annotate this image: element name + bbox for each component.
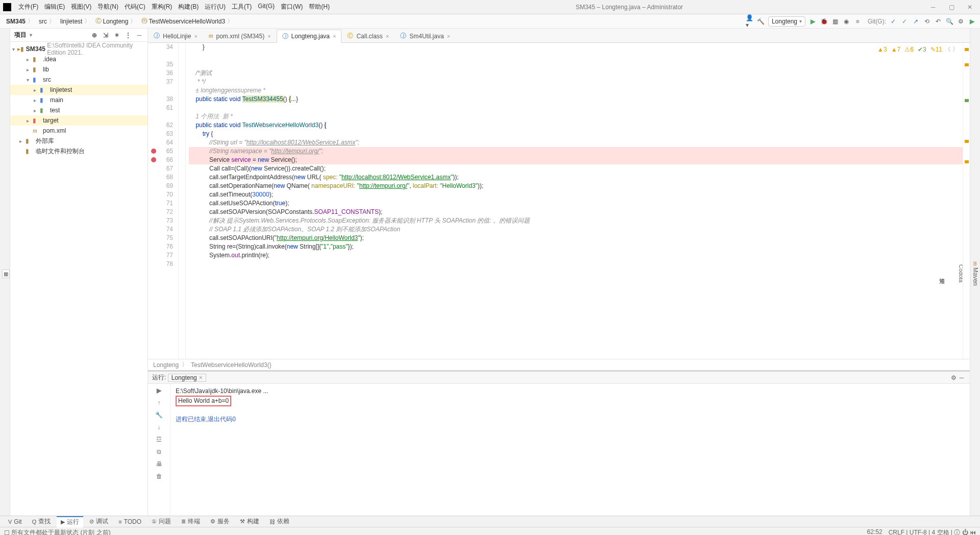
tree-item[interactable]: ▸▮外部库: [10, 136, 148, 146]
git-rollback-icon[interactable]: ↶: [934, 17, 942, 26]
editor-tabs: ⒿHelloLinjie×mpom.xml (SM345)×ⒿLongteng.…: [148, 29, 970, 43]
bottom-tab-查找[interactable]: Q查找: [28, 516, 55, 527]
run-config-selector[interactable]: Longteng▾: [768, 16, 805, 27]
collapse-icon[interactable]: ✶: [113, 31, 121, 39]
down-icon[interactable]: ↓: [155, 424, 164, 431]
bottom-tab-调试[interactable]: ⊘调试: [85, 516, 112, 527]
bottom-tab-Git[interactable]: VGit: [4, 516, 26, 527]
close-icon[interactable]: ×: [194, 33, 197, 39]
close-icon[interactable]: ×: [333, 33, 336, 39]
editor-tab[interactable]: ⒿSm4Util.java×: [395, 29, 456, 42]
hammer-icon[interactable]: 🔨: [757, 17, 765, 26]
breadcrumb-item[interactable]: src〉: [37, 17, 58, 26]
caret-position[interactable]: 62:52: [867, 528, 883, 535]
user-icon[interactable]: 👤▾: [746, 17, 754, 26]
gear-icon[interactable]: ⚙: [949, 374, 958, 382]
git-update-icon[interactable]: ✓: [889, 17, 897, 26]
tab-maven[interactable]: m Maven: [970, 257, 980, 290]
menu-item[interactable]: 代码(C): [121, 2, 149, 12]
bottom-tab-TODO[interactable]: ≡TODO: [114, 516, 145, 527]
tree-item[interactable]: ▾▮src: [10, 75, 148, 85]
rerun-icon[interactable]: ▶: [155, 387, 164, 394]
settings-icon[interactable]: ⋮: [124, 31, 132, 39]
breakpoint-icon[interactable]: [151, 149, 156, 154]
close-icon[interactable]: ×: [447, 33, 450, 39]
coverage-icon[interactable]: ▦: [831, 17, 839, 26]
hide-icon[interactable]: ─: [135, 31, 143, 39]
menu-item[interactable]: 运行(U): [202, 2, 229, 12]
tree-item[interactable]: ▸▮lib: [10, 64, 148, 75]
code-editor[interactable]: ▲3 ▲7 ⚠6 ✔3 ✎11 ㄑ〉 343536373861626364656…: [148, 43, 970, 370]
tree-item[interactable]: ▸▮linjietest: [10, 85, 148, 95]
bottom-tab-服务[interactable]: ⚙服务: [206, 516, 234, 527]
encoding-info[interactable]: CRLF | UTF-8 | 4 空格 | ⓘ ⏻ ⏮: [889, 528, 976, 535]
editor-breadcrumb[interactable]: Longteng〉TestWebserviceHelloWorld3(): [148, 359, 970, 370]
maximize-button[interactable]: ▢: [944, 3, 959, 12]
tree-root[interactable]: ▾ ▸▮ SM345 E:\Soft\IntelliJ IDEA Communi…: [10, 44, 148, 54]
git-commit-icon[interactable]: ✓: [900, 17, 909, 26]
tree-item[interactable]: ▮临时文件和控制台: [10, 146, 148, 156]
git-push-icon[interactable]: ↗: [912, 17, 920, 26]
editor-tab[interactable]: ⒸCall.class×: [341, 29, 395, 42]
line-gutter[interactable]: 3435363738616263646566676869707172737475…: [148, 43, 179, 359]
menu-item[interactable]: 编辑(E): [41, 2, 68, 12]
console-output[interactable]: E:\Soft\Java\jdk-10\bin\java.exe ... Hel…: [170, 384, 970, 516]
menu-item[interactable]: 文件(F): [15, 2, 41, 12]
play-icon[interactable]: ▶: [968, 17, 976, 26]
search-icon[interactable]: 🔍: [945, 17, 953, 26]
close-icon[interactable]: ×: [386, 33, 389, 39]
breadcrumb-item[interactable]: ⓜ TestWebserviceHelloWorld3〉: [139, 17, 236, 26]
tree-item[interactable]: ▸▮main: [10, 95, 148, 105]
editor-tab[interactable]: mpom.xml (SM345)×: [203, 29, 277, 42]
filter-icon[interactable]: ⧉: [155, 448, 164, 455]
code-content[interactable]: } /*测试 * */ ± longtenggenssupreme * publ…: [186, 43, 963, 359]
select-opened-icon[interactable]: ⊕: [90, 31, 99, 39]
inspection-summary[interactable]: ▲3 ▲7 ⚠6 ✔3 ✎11 ㄑ〉: [877, 45, 959, 54]
debug-icon[interactable]: 🐞: [820, 17, 828, 26]
editor-tab[interactable]: ⒿHelloLinjie×: [148, 29, 203, 42]
close-button[interactable]: ✕: [963, 3, 977, 12]
layout-icon[interactable]: ☲: [155, 436, 164, 443]
run-config-tab[interactable]: Longteng×: [168, 374, 206, 382]
stop-icon[interactable]: ■: [853, 17, 862, 26]
editor-tab[interactable]: ⒿLongteng.java×: [277, 30, 342, 43]
git-history-icon[interactable]: ⟲: [923, 17, 931, 26]
breadcrumb-project[interactable]: SM345〉: [4, 17, 37, 26]
chevron-down-icon[interactable]: ▾: [30, 32, 32, 38]
run-icon[interactable]: ▶: [808, 17, 817, 26]
project-tree[interactable]: ▾ ▸▮ SM345 E:\Soft\IntelliJ IDEA Communi…: [10, 42, 148, 516]
wrench-icon[interactable]: 🔧: [155, 411, 164, 419]
close-icon[interactable]: ×: [267, 33, 271, 39]
menu-item[interactable]: 窗口(W): [278, 2, 306, 12]
up-icon[interactable]: ↑: [155, 399, 164, 406]
trash-icon[interactable]: 🗑: [155, 473, 164, 480]
minimize-button[interactable]: ─: [926, 3, 940, 12]
menu-item[interactable]: 帮助(H): [306, 2, 333, 12]
menu-item[interactable]: 工具(T): [229, 2, 255, 12]
breakpoint-icon[interactable]: [151, 157, 156, 162]
tree-item[interactable]: ▸▮test: [10, 105, 148, 115]
bottom-tab-问题[interactable]: ①问题: [148, 516, 175, 527]
tree-item[interactable]: mpom.xml: [10, 126, 148, 136]
bottom-tab-运行[interactable]: ▶运行: [57, 516, 83, 527]
breadcrumb-item[interactable]: linjietest〉: [58, 17, 93, 26]
minimize-icon[interactable]: ─: [958, 374, 966, 382]
print-icon[interactable]: 🖶: [155, 460, 164, 468]
breadcrumb-item[interactable]: Ⓒ Longteng〉: [93, 17, 139, 26]
vcs-status-icon[interactable]: ☐: [4, 529, 10, 536]
profile-icon[interactable]: ◉: [842, 17, 850, 26]
settings-icon[interactable]: ⚙: [957, 17, 965, 26]
menu-item[interactable]: 构建(B): [175, 2, 202, 12]
menu-item[interactable]: 重构(R): [149, 2, 176, 12]
bottom-tab-依赖[interactable]: ⛓依赖: [265, 516, 293, 527]
error-stripe[interactable]: [963, 43, 970, 359]
tab-project[interactable]: ▦: [2, 270, 10, 278]
bottom-tab-终端[interactable]: ≣终端: [177, 516, 204, 527]
expand-icon[interactable]: ⇲: [102, 31, 110, 39]
fold-strip[interactable]: [179, 43, 186, 359]
menu-item[interactable]: Git(G): [255, 2, 278, 12]
tree-item[interactable]: ▸▮target: [10, 115, 148, 126]
menu-item[interactable]: 导航(N): [94, 2, 121, 12]
bottom-tab-构建[interactable]: ⚒构建: [236, 516, 263, 527]
menu-item[interactable]: 视图(V): [68, 2, 94, 12]
